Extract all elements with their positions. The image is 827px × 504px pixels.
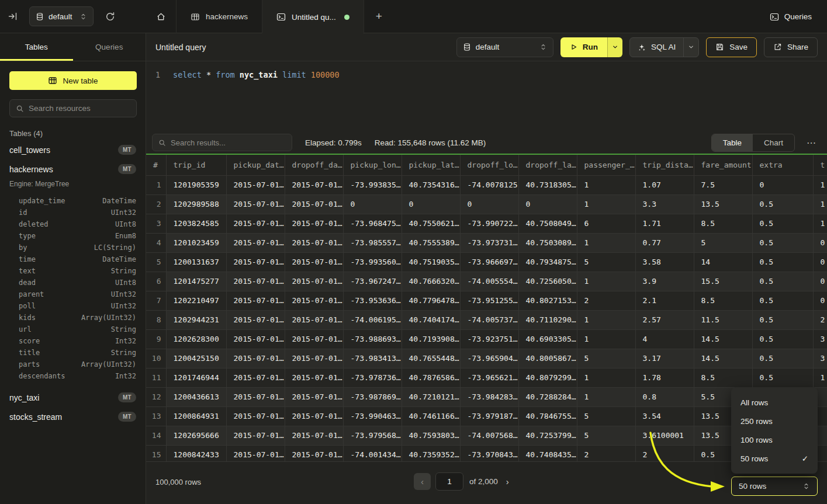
cell[interactable]: 15.5 — [694, 272, 752, 291]
cell[interactable]: 1 — [577, 175, 635, 194]
cell[interactable]: 40.7555389… — [402, 233, 460, 252]
cell[interactable]: 40.7253799… — [518, 426, 577, 445]
run-button-main[interactable]: Run — [560, 37, 607, 57]
cell[interactable]: 3.3 — [635, 194, 694, 214]
cell[interactable]: 1 — [813, 214, 827, 233]
sidebar-tab-queries[interactable]: Queries — [73, 33, 146, 61]
refresh-icon[interactable] — [105, 12, 115, 22]
table-row[interactable]: 8 1202944231 2015-07-01… 2015-07-01… -74… — [146, 310, 827, 329]
page-size-select[interactable]: 50 rows — [731, 477, 818, 496]
next-page-button[interactable]: › — [503, 477, 513, 486]
cell[interactable]: 40.7461166… — [402, 406, 460, 426]
cell[interactable]: 40.7288284… — [518, 387, 577, 406]
table-row[interactable]: 9 1202628300 2015-07-01… 2015-07-01… -73… — [146, 329, 827, 349]
cell[interactable]: 2015-07-01… — [285, 310, 343, 329]
cell[interactable]: -73.970843… — [460, 445, 518, 461]
run-button[interactable]: Run — [560, 37, 622, 57]
menu-item-250-rows[interactable]: 250 rows — [731, 412, 818, 430]
cell[interactable]: 1200425150 — [166, 349, 226, 368]
cell[interactable]: -74.006195… — [343, 310, 402, 329]
cell[interactable]: 40.7110290… — [518, 310, 577, 329]
cell[interactable]: 3.17 — [635, 349, 694, 368]
tab-hackernews[interactable]: hackernews — [177, 0, 262, 33]
sql-ai-button-main[interactable]: SQL AI — [630, 38, 683, 57]
cell[interactable]: 0.77 — [635, 233, 694, 252]
cell[interactable]: -73.968475… — [343, 214, 402, 233]
cell[interactable]: 1201905359 — [166, 175, 226, 194]
cell[interactable]: 2015-07-01… — [285, 175, 343, 194]
sql-editor[interactable]: 1 select * from nyc_taxi limit 100000 — [146, 61, 827, 131]
cell[interactable]: 0.5 — [752, 329, 813, 349]
sidebar-item-nyc-taxi[interactable]: nyc_taxi MT — [0, 388, 146, 407]
cell[interactable]: 8.5 — [694, 291, 752, 310]
cell[interactable]: 0 — [343, 194, 402, 214]
cell[interactable]: 1202944231 — [166, 310, 226, 329]
cell[interactable]: -73.967247… — [343, 272, 402, 291]
cell[interactable]: 0 — [460, 194, 518, 214]
column-header[interactable]: passenger_… — [577, 155, 635, 175]
cell[interactable]: 1 — [577, 194, 635, 214]
cell[interactable]: 2015-07-01… — [285, 194, 343, 214]
cell[interactable]: 1200131637 — [166, 252, 226, 272]
new-table-button[interactable]: New table — [9, 71, 137, 90]
cell[interactable]: 2015-07-01… — [285, 426, 343, 445]
cell[interactable]: 2015-07-01… — [226, 329, 285, 349]
cell[interactable]: 2015-07-01… — [285, 214, 343, 233]
cell[interactable]: 1202628300 — [166, 329, 226, 349]
cell[interactable]: 0 — [813, 272, 827, 291]
cell[interactable]: 1201746944 — [166, 368, 226, 387]
table-row[interactable]: 12 1200436613 2015-07-01… 2015-07-01… -7… — [146, 387, 827, 406]
cell[interactable]: 0 — [813, 291, 827, 310]
sql-code[interactable]: select * from nyc_taxi limit 100000 — [173, 70, 340, 131]
cell[interactable]: 2015-07-01… — [285, 387, 343, 406]
cell[interactable]: 2015-07-01… — [226, 368, 285, 387]
cell[interactable]: 2 — [577, 291, 635, 310]
cell[interactable]: -73.987869… — [343, 387, 402, 406]
column-header[interactable]: extra — [752, 155, 813, 175]
cell[interactable]: 11.5 — [694, 310, 752, 329]
menu-item-all-rows[interactable]: All rows — [731, 393, 818, 412]
table-row[interactable]: 6 1201475277 2015-07-01… 2015-07-01… -73… — [146, 272, 827, 291]
cell[interactable]: 40.7519035… — [402, 252, 460, 272]
cell[interactable]: 0 — [813, 252, 827, 272]
cell[interactable]: 6 — [577, 214, 635, 233]
cell[interactable]: 2 — [635, 445, 694, 461]
cell[interactable]: 14.5 — [694, 349, 752, 368]
cell[interactable]: 0.5 — [752, 272, 813, 291]
cell[interactable]: 40.7210121… — [402, 387, 460, 406]
cell[interactable]: 8.5 — [694, 368, 752, 387]
cell[interactable]: 1.71 — [635, 214, 694, 233]
cell[interactable]: 0 — [518, 194, 577, 214]
table-row[interactable]: 1 1201905359 2015-07-01… 2015-07-01… -73… — [146, 175, 827, 194]
cell[interactable]: 2015-07-01… — [226, 233, 285, 252]
sidebar-item-stocks-stream[interactable]: stocks_stream MT — [0, 407, 146, 426]
sidebar-item-hackernews[interactable]: hackernews MT — [0, 159, 146, 179]
cell[interactable]: -73.990722… — [460, 214, 518, 233]
new-tab-button[interactable]: + — [364, 0, 394, 33]
cell[interactable]: 0.5 — [752, 214, 813, 233]
column-header[interactable]: trip_dista… — [635, 155, 694, 175]
column-header[interactable]: pickup_lat… — [402, 155, 460, 175]
cell[interactable]: -73.966697… — [460, 252, 518, 272]
results-search[interactable] — [152, 134, 292, 151]
cell[interactable]: -73.965904… — [460, 349, 518, 368]
cell[interactable]: 13.5 — [694, 194, 752, 214]
cell[interactable]: 1 — [577, 368, 635, 387]
share-button[interactable]: Share — [764, 37, 818, 57]
cell[interactable]: 40.7404174… — [402, 310, 460, 329]
table-row[interactable]: 3 1203824585 2015-07-01… 2015-07-01… -73… — [146, 214, 827, 233]
column-header[interactable]: dropoff_lo… — [460, 155, 518, 175]
cell[interactable]: 2015-07-01… — [226, 291, 285, 310]
cell[interactable]: 8.5 — [694, 214, 752, 233]
sql-ai-caret[interactable] — [683, 38, 698, 57]
database-selector[interactable]: default — [29, 6, 94, 26]
cell[interactable]: 2015-07-01… — [285, 349, 343, 368]
cell[interactable]: 40.7666320… — [402, 272, 460, 291]
tab-untitled-query[interactable]: Untitled qu... — [262, 0, 364, 34]
cell[interactable]: 40.7193908… — [402, 329, 460, 349]
cell[interactable]: 0.5 — [752, 194, 813, 214]
cell[interactable]: -73.953636… — [343, 291, 402, 310]
cell[interactable]: 2015-07-01… — [226, 426, 285, 445]
view-toggle-chart[interactable]: Chart — [753, 134, 794, 151]
menu-item-100-rows[interactable]: 100 rows — [731, 430, 818, 449]
